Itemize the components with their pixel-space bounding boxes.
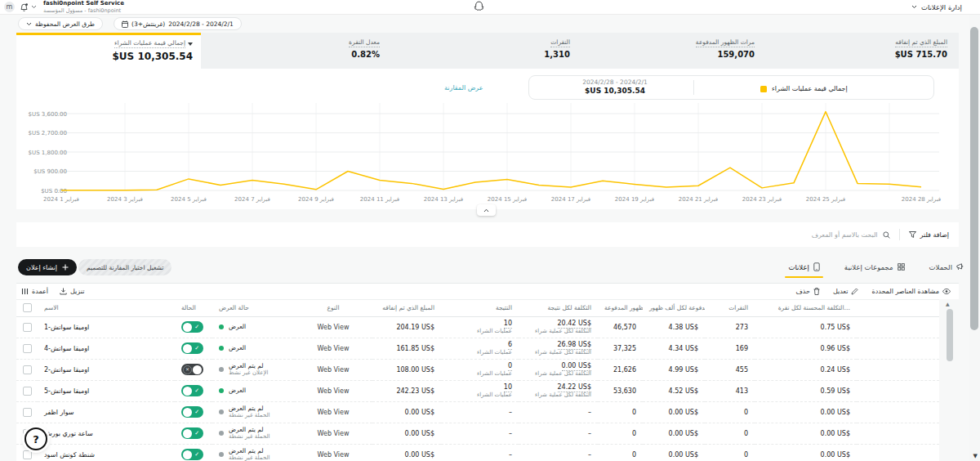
column-header-cost_per_result[interactable]: التكلفة لكل نتيجة: [519, 300, 598, 316]
column-header-clicks[interactable]: النقرات: [705, 300, 755, 316]
add-filter-button[interactable]: إضافة فلتر: [909, 231, 949, 239]
ad-type: Web View: [318, 409, 350, 416]
row-checkbox[interactable]: [23, 365, 32, 374]
tab-ad-sets[interactable]: مجموعات إعلانية: [843, 261, 906, 278]
ads-manager-menu[interactable]: إدارة الإعلانات: [911, 0, 962, 14]
date-range-picker[interactable]: (غرينتش+3) 2024/2/28 - 2024/2/1: [114, 17, 242, 30]
scrollbar-down-arrow[interactable]: ▼: [973, 453, 978, 459]
paid-impressions: 37,325: [613, 345, 636, 352]
ecpm: 4.99 US$: [669, 366, 698, 374]
table-row: اوميقا سواتش-5✓العرضWeb View242.23 US$10…: [16, 380, 939, 401]
delete-button[interactable]: حذف: [795, 288, 819, 295]
page-scrollbar[interactable]: ▲ ▼: [969, 0, 980, 461]
grid-icon: [898, 263, 905, 271]
delivery-status: العرض: [219, 323, 287, 330]
clicks: 273: [736, 324, 748, 331]
amount-spent: 0.00 US$: [405, 409, 434, 416]
search-input[interactable]: البحث بالاسم أو المعرف: [812, 231, 878, 239]
table-scroll-up-arrow[interactable]: ▲: [946, 301, 950, 307]
chart-legend-box: 2024/2/28 - 2024/2/1 $US 10,305.54 إجمال…: [528, 75, 934, 100]
delivery-status-dot: [219, 452, 224, 457]
column-header-impressions[interactable]: مرات الظهور المدفوعة: [598, 300, 643, 316]
status-toggle[interactable]: ✓: [181, 321, 203, 333]
metric-block[interactable]: المبلغ الذي تم إنفاقه$US 715.70: [895, 33, 947, 69]
status-toggle[interactable]: ✓: [181, 449, 203, 460]
row-checkbox[interactable]: [23, 450, 32, 459]
avatar[interactable]: m: [4, 2, 15, 12]
column-header-status[interactable]: الحالة: [175, 300, 212, 316]
tab-ads[interactable]: إعلانات: [786, 261, 821, 278]
columns-button[interactable]: أعمدة: [21, 288, 48, 295]
status-toggle[interactable]: ✓: [181, 427, 203, 439]
status-toggle[interactable]: ✓: [181, 385, 203, 396]
metric-block[interactable]: النقرات1,310: [544, 33, 570, 69]
delivery-status-text: العرض: [229, 344, 246, 351]
scrollbar-thumb[interactable]: [970, 27, 978, 330]
saved-views-dropdown[interactable]: طرق العرض المحفوظة: [18, 17, 103, 30]
table-scrollbar-thumb[interactable]: [947, 309, 953, 361]
column-header-delivery[interactable]: حالة العرض: [212, 300, 294, 316]
legend-series-item[interactable]: إجمالي قيمة عمليات الشراء: [760, 85, 848, 92]
paid-impressions: 0: [632, 409, 636, 416]
svg-text:2024 فبراير 9: 2024 فبراير 9: [298, 196, 334, 203]
row-checkbox[interactable]: [23, 344, 32, 353]
delivery-status-text: العرض: [229, 387, 246, 394]
delivery-status-note: الحملة غير نشطة: [229, 433, 270, 441]
date-range-label: 2024/2/28 - 2024/2/1: [168, 20, 234, 28]
delivery-status: لم يتم العرضالحملة غير نشطة: [219, 405, 287, 419]
amount-spent: 161.85 US$: [396, 345, 434, 352]
metric-selected-total-purchase-value[interactable]: إجمالي قيمة عمليات الشراء $US 10,305.54: [16, 33, 201, 69]
svg-text:2024 فبراير 25: 2024 فبراير 25: [806, 196, 845, 203]
result-unit: عمليات الشراء: [448, 370, 512, 377]
delivery-status-dot: [219, 410, 224, 414]
pencil-icon: [851, 288, 858, 295]
column-header-result[interactable]: النتيجة: [441, 300, 519, 316]
column-header-cpm[interactable]: المدفوعة لكل ألف ظهور…: [643, 300, 705, 316]
ad-type: Web View: [318, 387, 350, 395]
compare-view-link[interactable]: عرض المقارنة: [444, 84, 483, 92]
svg-text:2024 فبراير 28: 2024 فبراير 28: [902, 196, 941, 203]
download-icon: [60, 288, 67, 295]
delivery-status: لم يتم العرضالحملة غير نشطة: [219, 426, 287, 441]
search-filter-bar: البحث بالاسم أو المعرف إضافة فلتر: [16, 222, 959, 247]
row-checkbox[interactable]: [23, 408, 32, 417]
collapse-chart-button[interactable]: [477, 204, 496, 216]
create-ad-button[interactable]: إنشاء إعلان: [18, 259, 77, 275]
result-unit: عمليات الشراء: [448, 349, 512, 356]
legend-total-value: $US 10,305.54: [562, 87, 668, 95]
row-checkbox[interactable]: [23, 323, 32, 332]
metric-block[interactable]: مرات الظهور المدفوعة159,070: [696, 33, 755, 69]
delivery-status-text: لم يتم العرض: [229, 405, 270, 412]
row-checkbox[interactable]: [23, 387, 32, 396]
edit-button[interactable]: تعديل: [833, 288, 859, 295]
amount-spent: 204.19 US$: [396, 324, 434, 331]
snapchat-ghost-logo-icon[interactable]: [473, 1, 485, 13]
svg-text:2024 فبراير 21: 2024 فبراير 21: [679, 196, 718, 203]
download-button[interactable]: تنزيل: [60, 288, 84, 295]
ad-name: اوميقا سواتش-5: [44, 387, 168, 395]
account-switcher-chevron-icon[interactable]: [31, 5, 37, 9]
tab-campaigns[interactable]: الحملات: [928, 261, 966, 278]
help-button[interactable]: ?: [24, 427, 47, 450]
status-toggle[interactable]: ✕: [181, 364, 203, 375]
view-selected-button[interactable]: مشاهدة العناصر المحددة: [871, 288, 951, 295]
svg-text:$US 900.00: $US 900.00: [33, 168, 67, 175]
notifications-bell-icon[interactable]: [20, 3, 28, 11]
column-header-cpc[interactable]: التكلفة المحسنة لكل نقرة…: [755, 300, 857, 316]
delivery-status-text: العرض: [229, 323, 246, 330]
metric-value: 0.82%: [351, 50, 380, 59]
metric-label: المبلغ الذي تم إنفاقه: [895, 38, 947, 47]
creative-compare-toggle-button[interactable]: تشغيل اختيار المقارنة للتصميم: [78, 259, 172, 275]
result-unit: عمليات الشراء: [448, 392, 512, 398]
column-header-spent[interactable]: المبلغ الذي تم إنفاقه: [372, 300, 441, 316]
svg-text:2024 فبراير 7: 2024 فبراير 7: [234, 196, 270, 203]
column-header-name[interactable]: الاسم: [38, 300, 175, 316]
table-row: سوار اظفر✓لم يتم العرضالحملة غير نشطةWeb…: [16, 401, 939, 423]
select-all-checkbox[interactable]: [23, 303, 32, 312]
ad-name: ساعة توري بورش: [44, 430, 168, 437]
column-header-type[interactable]: النوع: [294, 300, 372, 316]
metric-block[interactable]: معدل النقرة0.82%: [349, 33, 380, 69]
status-toggle[interactable]: ✓: [181, 406, 203, 418]
tab-label: مجموعات إعلانية: [844, 263, 893, 271]
status-toggle[interactable]: ✓: [181, 342, 203, 354]
